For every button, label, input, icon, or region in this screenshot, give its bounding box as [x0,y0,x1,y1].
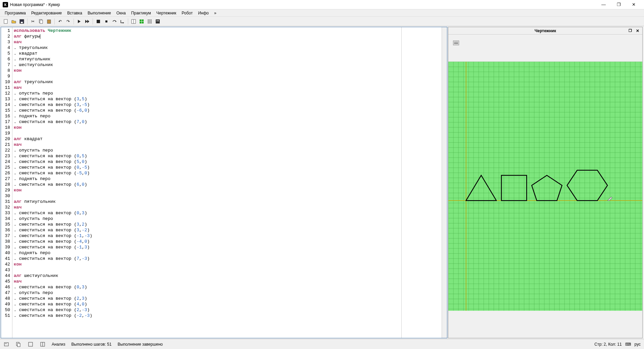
menu-инфо[interactable]: Инфо [195,10,211,16]
status-bar: Анализ Выполнено шагов: 51 Выполнение за… [0,339,644,349]
svg-rect-121 [17,343,20,347]
terminal-icon[interactable] [28,341,34,347]
svg-rect-18 [148,19,152,23]
vertical-scrollbar[interactable] [442,27,447,338]
drawer-title: Чертежник [535,28,556,33]
paste-icon[interactable] [45,18,53,25]
main-area: 1234567891011121314151617181920212223242… [0,26,644,339]
close-button[interactable]: ✕ [626,0,641,9]
code-editor[interactable]: использовать Чертежникалг фигурынач. тре… [12,27,401,338]
drawer-canvas[interactable] [448,35,642,338]
svg-rect-5 [47,20,51,23]
svg-point-24 [157,20,158,21]
window-title: Новая программа* - Кумир [10,2,60,7]
menu-робот[interactable]: Робот [179,10,195,16]
menu-редактирование[interactable]: Редактирование [29,10,64,16]
svg-marker-6 [78,20,81,23]
undo-icon[interactable]: ↶ [56,18,64,25]
svg-rect-10 [105,20,107,22]
redo-icon[interactable]: ↷ [64,18,72,25]
stop-icon[interactable] [95,18,102,25]
side-panel [401,27,442,338]
lang-indicator[interactable]: рус [635,342,641,347]
grid1-icon[interactable] [130,18,137,25]
maximize-button[interactable]: ❐ [611,0,626,9]
copy-output-icon[interactable] [15,341,21,347]
minimize-button[interactable]: ― [596,0,611,9]
svg-marker-12 [123,22,124,23]
keyboard-icon[interactable]: ⌨ [625,341,631,347]
line-gutter: 1234567891011121314151617181920212223242… [1,27,12,338]
svg-marker-8 [87,20,89,23]
svg-rect-9 [97,20,100,23]
drawer-pane: Чертежник ❐ ✕ [448,27,643,338]
undock-icon[interactable]: ❐ [628,28,633,34]
split-icon[interactable] [40,341,46,347]
svg-rect-2 [21,22,23,23]
menu-вставка[interactable]: Вставка [64,10,85,16]
menu-практикум[interactable]: Практикум [129,10,154,16]
menu-чертежник[interactable]: Чертежник [154,10,179,16]
grid3-icon[interactable] [146,18,153,25]
open-file-icon[interactable] [10,18,17,25]
save-file-icon[interactable] [18,18,26,25]
svg-rect-26 [448,62,642,311]
menu-bar: ПрограммаРедактированиеВставкаВыполнение… [0,9,644,17]
hamburger-icon[interactable] [453,41,459,45]
step-small-icon[interactable] [103,18,110,25]
run-icon[interactable] [76,18,83,25]
svg-rect-0 [4,19,7,23]
step-over-icon[interactable] [111,18,118,25]
run-fast-icon[interactable] [84,18,91,25]
new-file-icon[interactable] [2,18,9,25]
steps-label: Выполнено шагов: 51 [71,342,112,347]
app-icon: К [3,2,8,7]
analysis-label[interactable]: Анализ [52,342,65,347]
menu-программа[interactable]: Программа [2,10,29,16]
output-icon[interactable] [3,341,9,347]
step-into-icon[interactable] [119,18,126,25]
drawer-title-bar: Чертежник ❐ ✕ [448,27,642,35]
copy-icon[interactable] [37,18,45,25]
toolbar: ✂ ↶ ↷ [0,17,644,26]
editor-pane: 1234567891011121314151617181920212223242… [1,27,447,338]
svg-rect-23 [156,19,160,23]
menu-выполнение[interactable]: Выполнение [85,10,114,16]
menu-»[interactable]: » [211,10,219,16]
menu-окна[interactable]: Окна [114,10,129,16]
svg-point-25 [158,20,159,21]
cursor-position: Стр: 2, Кол: 11 [594,342,622,347]
svg-rect-118 [4,343,8,346]
title-bar: К Новая программа* - Кумир ― ❐ ✕ [0,0,644,9]
cut-icon[interactable]: ✂ [29,18,37,25]
grid2-icon[interactable] [138,18,145,25]
svg-marker-7 [85,20,87,23]
svg-rect-122 [29,342,33,346]
exec-status: Выполнение завершено [117,342,163,347]
robot-icon[interactable] [154,18,161,25]
svg-rect-4 [40,20,43,23]
close-drawer-icon[interactable]: ✕ [635,28,640,34]
